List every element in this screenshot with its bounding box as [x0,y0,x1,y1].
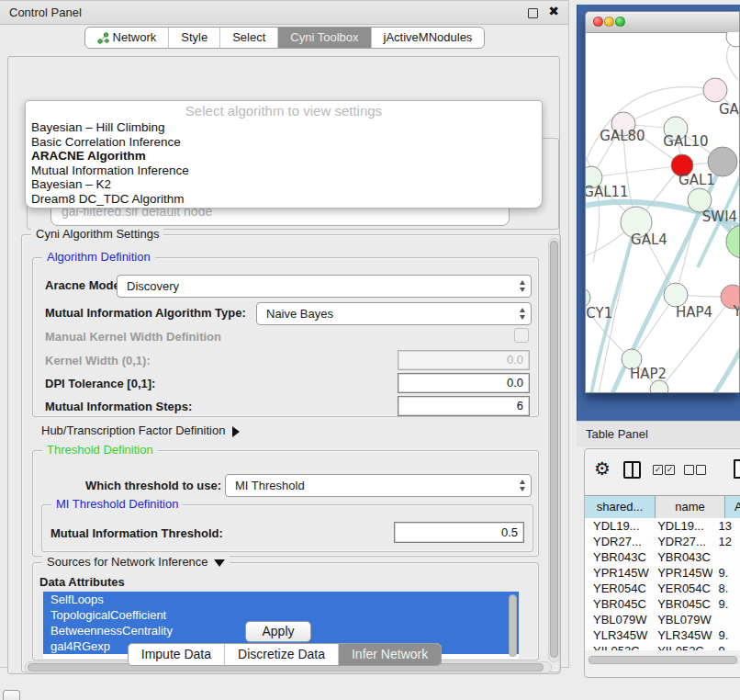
which-threshold-label: Which threshold to use: [82,479,221,492]
tab-impute-data[interactable]: Impute Data [129,644,224,665]
data-attribute-item[interactable]: SelfLoops [43,592,519,607]
table-cell: YBL079W [585,612,649,627]
expanded-arrow-icon [214,559,225,567]
network-node[interactable] [726,32,740,47]
select-all-checkbox-icon[interactable]: ✓ [653,465,663,475]
manual-kernel-label: Manual Kernel Width Definition [45,330,221,344]
table-row[interactable]: YPR145WYPR145W9. [585,565,740,581]
table-column-header[interactable]: A [725,496,740,518]
table-row[interactable]: YDR27...YDR27...12 [585,534,740,549]
dropdown-options: Bayesian – Hill ClimbingBasic Correlatio… [26,120,542,207]
algorithm-option[interactable]: Bayesian – K2 [26,177,542,192]
export-table-icon[interactable] [734,459,740,479]
table-row[interactable]: YBR043CYBR043C [585,549,740,565]
mi-threshold-title: MI Threshold Definition [51,497,183,511]
select-all-checkbox-icon[interactable]: ✓ [665,465,675,475]
table-cell: 9. [712,627,740,643]
settings-vertical-scrollbar[interactable] [548,238,560,662]
algorithm-option[interactable]: Dream8 DC_TDC Algorithm [26,192,542,207]
table-cell: YDR27... [649,534,712,549]
network-window[interactable]: GALGAL80GAL10GAL1GAL11SWI4GAL4GCY1HAP4YH… [585,11,740,393]
algorithm-option[interactable]: Basic Correlation Inference [26,135,542,150]
kernel-width-label: Kernel Width (0,1): [45,354,151,367]
table-row[interactable]: YLR345WYLR345W9. [585,627,740,643]
tab-network[interactable]: Network [85,28,169,48]
scrollbar-thumb[interactable] [550,241,558,658]
which-threshold-combobox[interactable]: MI Threshold [225,474,532,497]
table-cell: YER054C [585,581,649,596]
network-node-label: GAL11 [586,184,629,200]
network-node-gal[interactable] [703,78,727,102]
table-cell: 9. [712,596,740,612]
mi-threshold-field[interactable]: 0.5 [394,522,524,543]
table-cell: YPR145W [649,565,712,581]
settings-group-title: Cyni Algorithm Settings [31,227,163,241]
network-window-titlebar[interactable] [586,12,739,33]
aracne-mode-combobox[interactable]: Discovery [117,275,532,298]
table-row[interactable]: YBL079WYBL079W [585,612,740,627]
tab-cyni-toolbox[interactable]: Cyni Toolbox [277,28,370,48]
algorithm-dropdown-list: Select algorithm to view settings Bayesi… [25,100,543,209]
table-row[interactable]: YDL19...YDL19...13 [585,518,740,534]
table-cell: YER054C [649,581,712,596]
network-node-label: GAL80 [600,128,645,144]
columns-icon[interactable] [623,461,641,479]
tab-select[interactable]: Select [219,28,277,48]
table-column-header[interactable]: shared... [585,496,656,518]
manual-kernel-checkbox[interactable] [514,328,529,343]
gear-icon[interactable]: ⚙ [594,457,611,480]
table-row[interactable]: YER054CYER054C8. [585,581,740,596]
kernel-width-field[interactable]: 0.0 [398,350,530,370]
sources-title[interactable]: Sources for Network Inference [42,555,230,569]
close-icon[interactable]: ✖ [548,4,559,18]
table-column-header[interactable]: name [656,496,725,518]
network-edge [591,165,682,177]
network-node-label: GAL4 [631,231,667,248]
tab-jactivemnodules[interactable]: jActiveMNodules [371,28,485,48]
table-cell: 9. [712,643,740,650]
control-panel-tabs: Network Style Select Cyni Toolbox jActiv… [0,27,569,49]
algorithm-definition-title: Algorithm Definition [42,250,155,264]
data-attributes-label: Data Attributes [39,575,125,589]
dpi-tolerance-field[interactable]: 0.0 [398,373,530,393]
table-horizontal-scrollbar[interactable] [588,655,740,664]
table-cell: YPR145W [585,565,649,581]
table-cell: YBR045C [649,596,712,612]
minimize-traffic-light[interactable] [604,17,614,27]
zoom-traffic-light[interactable] [615,17,625,27]
tab-discretize-data[interactable]: Discretize Data [224,644,338,665]
network-node-label: GAL1 [678,172,715,188]
table-row[interactable]: YIL052CYIL052C9. [585,643,740,650]
algorithm-option[interactable]: ARACNE Algorithm [26,149,542,164]
table-cell: 8. [712,581,740,596]
table-header-row: shared...nameA [585,495,740,519]
algorithm-option[interactable]: Mutual Information Inference [26,164,542,178]
network-node-label: GAL10 [663,133,708,150]
network-canvas[interactable]: GALGAL80GAL10GAL1GAL11SWI4GAL4GCY1HAP4YH… [586,32,740,393]
hub-definition-toggle[interactable]: Hub/Transcription Factor Definition [41,423,240,437]
table-cell: YIL052C [585,643,649,650]
table-cell: 9. [712,565,740,581]
table-cell: 13 [712,518,740,534]
network-edge [714,328,740,393]
mi-steps-field[interactable]: 6 [398,396,530,416]
scrollbar-thumb[interactable] [589,656,737,664]
collapsed-panel-icon[interactable] [3,690,20,700]
network-edge [676,200,700,295]
algorithm-option[interactable]: Bayesian – Hill Climbing [26,120,542,135]
collapsed-arrow-icon [232,426,240,437]
table-row[interactable]: YBR045CYBR045C9. [585,596,740,612]
tab-style[interactable]: Style [168,28,219,48]
mi-type-combobox[interactable]: Naive Bayes [256,302,532,325]
mi-steps-label: Mutual Information Steps: [45,400,192,413]
network-node-label: SWI4 [702,209,737,225]
table-panel-title: Table Panel [586,422,648,447]
tab-infer-network[interactable]: Infer Network [338,644,441,665]
control-panel-titlebar: Control Panel ✖ [0,1,568,25]
deselect-all-checkbox-icon[interactable] [696,465,706,475]
close-traffic-light[interactable] [593,17,603,27]
apply-button[interactable]: Apply [245,621,311,642]
deselect-all-checkbox-icon[interactable] [684,465,694,475]
float-window-icon[interactable] [528,8,538,18]
network-node-label: HAP4 [676,304,712,321]
